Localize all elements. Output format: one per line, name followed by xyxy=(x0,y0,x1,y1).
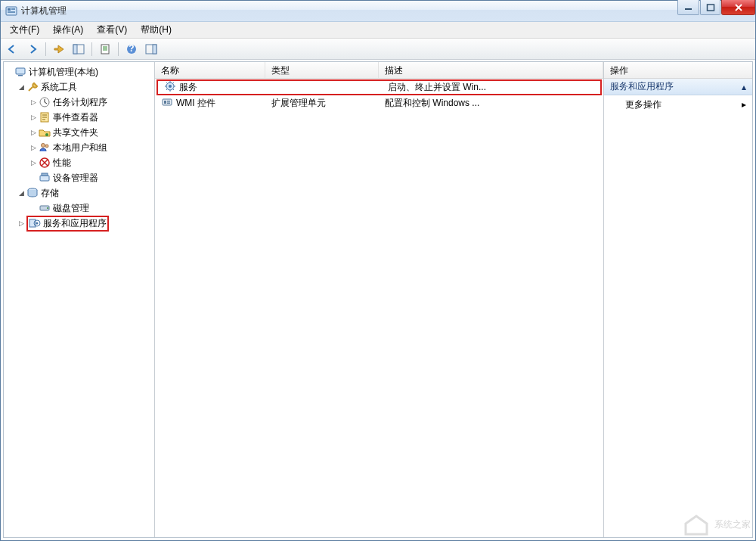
svg-rect-12 xyxy=(153,45,156,54)
toolbar-separator xyxy=(91,42,92,56)
tree-label: 计算机管理(本地) xyxy=(29,66,98,79)
show-actions-button[interactable] xyxy=(142,41,160,58)
svg-rect-8 xyxy=(101,45,109,54)
folder-share-icon xyxy=(39,126,51,138)
col-header-desc[interactable]: 描述 xyxy=(379,62,603,78)
actions-category[interactable]: 服务和应用程序 ▴ xyxy=(604,79,752,95)
menubar: 文件(F) 操作(A) 查看(V) 帮助(H) xyxy=(1,22,755,39)
svg-rect-32 xyxy=(164,101,166,104)
tree-pane[interactable]: 计算机管理(本地) ◢ 系统工具 ▷任务计划程序 ▷事件查看器 xyxy=(4,62,155,537)
list-body[interactable]: 服务 启动、终止并设置 Win... WMI 控件 扩展管理单元 配置和控制 W… xyxy=(155,79,603,537)
tree-label: 设备管理器 xyxy=(53,172,98,185)
col-header-type[interactable]: 类型 xyxy=(265,62,379,78)
list-pane: 名称 类型 描述 服务 启动、终止并设置 Win... WMI 控件 扩展管理单… xyxy=(155,62,604,537)
content-area: 计算机管理(本地) ◢ 系统工具 ▷任务计划程序 ▷事件查看器 xyxy=(3,61,753,538)
menu-help[interactable]: 帮助(H) xyxy=(135,22,178,38)
expand-icon[interactable]: ▷ xyxy=(16,219,26,227)
tree-local-users[interactable]: ▷本地用户和组 xyxy=(28,140,154,155)
svg-rect-26 xyxy=(29,219,36,227)
tree-label: 性能 xyxy=(53,157,71,169)
svg-rect-4 xyxy=(685,8,692,10)
menu-file[interactable]: 文件(F) xyxy=(4,22,45,38)
expand-icon[interactable]: ▷ xyxy=(28,98,39,106)
tree-shared-folders[interactable]: ▷共享文件夹 xyxy=(28,125,154,140)
event-icon xyxy=(39,111,51,123)
app-window: 计算机管理 文件(F) 操作(A) 查看(V) 帮助(H) ? xyxy=(0,0,756,541)
submenu-arrow-icon: ▸ xyxy=(742,99,746,110)
svg-rect-1 xyxy=(8,8,11,11)
tree-root[interactable]: 计算机管理(本地) xyxy=(4,64,154,79)
svg-rect-22 xyxy=(42,173,48,176)
svg-rect-2 xyxy=(11,8,15,10)
svg-point-19 xyxy=(45,145,48,148)
tree-event-viewer[interactable]: ▷事件查看器 xyxy=(28,110,154,125)
svg-text:?: ? xyxy=(129,44,134,54)
titlebar[interactable]: 计算机管理 xyxy=(1,1,755,22)
properties-button[interactable] xyxy=(96,41,114,58)
collapse-icon[interactable]: ◢ xyxy=(16,189,26,197)
tree-services-apps[interactable]: ▷ 服务和应用程序 xyxy=(16,216,154,231)
help-button[interactable]: ? xyxy=(122,41,141,58)
cell-desc: 配置和控制 Windows ... xyxy=(385,97,479,110)
actions-pane: 操作 服务和应用程序 ▴ 更多操作 ▸ xyxy=(604,62,752,537)
storage-icon xyxy=(26,187,39,199)
users-icon xyxy=(39,141,51,154)
tree-label: 服务和应用程序 xyxy=(43,217,107,230)
expand-icon[interactable]: ▷ xyxy=(28,159,39,166)
tree-disk-management[interactable]: 磁盘管理 xyxy=(28,201,154,216)
cell-name: 服务 xyxy=(179,81,197,94)
svg-rect-34 xyxy=(167,103,170,104)
device-icon xyxy=(39,172,51,184)
nav-forward-button[interactable] xyxy=(23,41,42,58)
tree-label: 事件查看器 xyxy=(53,111,98,124)
show-hide-tree-button[interactable] xyxy=(70,41,88,58)
wmi-icon xyxy=(161,96,173,110)
computer-icon xyxy=(14,66,26,78)
close-button[interactable] xyxy=(721,0,755,15)
disk-icon xyxy=(39,202,51,214)
list-row-services[interactable]: 服务 启动、终止并设置 Win... xyxy=(156,79,602,95)
menu-action[interactable]: 操作(A) xyxy=(47,22,89,38)
performance-icon xyxy=(39,157,51,169)
up-level-button[interactable] xyxy=(50,41,68,58)
svg-rect-21 xyxy=(40,176,49,181)
collapse-icon[interactable]: ◢ xyxy=(16,83,26,91)
expand-icon[interactable]: ▷ xyxy=(28,144,39,151)
toolbar-separator xyxy=(118,42,119,56)
tree-system-tools[interactable]: ◢ 系统工具 xyxy=(16,79,154,95)
svg-rect-0 xyxy=(6,7,17,15)
list-header: 名称 类型 描述 xyxy=(155,62,603,79)
tree-label: 系统工具 xyxy=(41,81,77,94)
svg-rect-7 xyxy=(73,45,77,54)
gear-icon xyxy=(164,80,176,95)
toolbar-separator xyxy=(45,42,46,56)
maximize-button[interactable] xyxy=(700,0,720,15)
col-header-name[interactable]: 名称 xyxy=(155,62,265,78)
tree-storage[interactable]: ◢ 存储 xyxy=(16,185,154,201)
svg-rect-33 xyxy=(167,101,170,102)
cell-type: 扩展管理单元 xyxy=(271,97,326,110)
minimize-button[interactable] xyxy=(677,0,699,15)
services-apps-icon xyxy=(29,217,41,229)
actions-category-label: 服务和应用程序 xyxy=(610,80,674,93)
tree-device-manager[interactable]: 设备管理器 xyxy=(28,170,154,185)
list-row-wmi[interactable]: WMI 控件 扩展管理单元 配置和控制 Windows ... xyxy=(155,95,603,111)
window-controls xyxy=(677,0,755,15)
tree-performance[interactable]: ▷性能 xyxy=(28,155,154,170)
nav-back-button[interactable] xyxy=(4,41,22,58)
cell-name: WMI 控件 xyxy=(176,97,215,110)
svg-point-30 xyxy=(169,85,172,88)
svg-point-17 xyxy=(45,133,48,136)
expand-icon[interactable]: ▷ xyxy=(28,113,39,121)
svg-rect-13 xyxy=(16,68,25,74)
menu-view[interactable]: 查看(V) xyxy=(91,22,133,38)
action-label: 更多操作 xyxy=(625,98,662,111)
action-more[interactable]: 更多操作 ▸ xyxy=(604,95,752,113)
cell-desc: 启动、终止并设置 Win... xyxy=(388,81,486,94)
expand-icon[interactable]: ▷ xyxy=(28,129,39,136)
tree-task-scheduler[interactable]: ▷任务计划程序 xyxy=(28,95,154,110)
svg-rect-31 xyxy=(163,99,172,105)
svg-point-18 xyxy=(42,144,45,148)
tree-label: 任务计划程序 xyxy=(53,96,107,109)
toolbar: ? xyxy=(1,39,755,60)
